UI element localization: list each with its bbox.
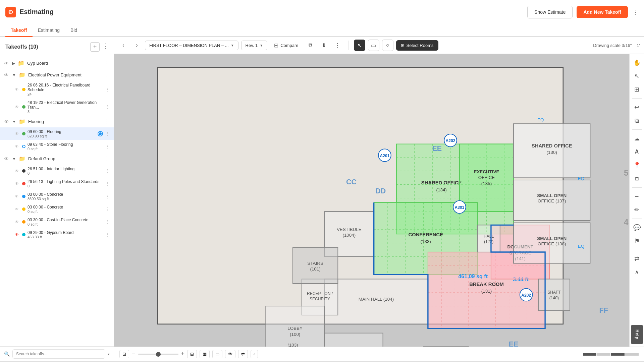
floor-plan-viewport[interactable]: SHARED OFFICE (134) EXECUTIVE OFFICE (13… (114, 54, 629, 347)
toolbar-more-icon[interactable]: ⋮ (332, 40, 343, 51)
chevron-right-icon[interactable]: ▶ (12, 61, 15, 66)
text-button[interactable]: A (631, 146, 643, 158)
show-estimate-button[interactable]: Show Estimate (527, 6, 573, 18)
pointer-tool-button[interactable]: ↖ (631, 70, 643, 82)
item-more-icon[interactable]: ⋮ (105, 144, 110, 149)
list-item[interactable]: 👁 09 63 40 - Stone Flooring 0 sq ft ⋮ (0, 140, 114, 153)
item-more-icon[interactable]: ⋮ (105, 206, 110, 212)
minus-button[interactable]: − (631, 190, 643, 202)
hand-tool-button[interactable]: ✋ (631, 57, 643, 69)
eye-icon[interactable]: 👁 (15, 194, 20, 199)
zoom-in-button[interactable]: + (181, 351, 185, 358)
group-gyp-board[interactable]: 👁 ▶ 📁 Gyp Board ⋮ (0, 57, 114, 69)
measure-button[interactable]: ⊟ (631, 173, 643, 185)
comment-button[interactable]: 💬 (631, 222, 643, 234)
item-more-icon[interactable]: ⋮ (105, 104, 110, 110)
help-button[interactable]: Help (631, 325, 643, 344)
floor-plan-dropdown[interactable]: FIRST FLOOR – DIMENSION PLAN – ... ▼ (145, 41, 238, 50)
eye-icon[interactable]: 👁 (4, 156, 9, 162)
rectangle-tool-button[interactable]: ▭ (368, 40, 379, 51)
chevron-down-icon[interactable]: ▼ (12, 119, 16, 124)
list-item[interactable]: 👁 26 06 20.16 - Electrical Panelboard Sc… (0, 81, 114, 98)
list-item[interactable]: 👁 26 51 00 - Interior Lighting 0 ⋮ (0, 165, 114, 177)
item-more-icon[interactable]: ⋮ (105, 219, 110, 225)
eye-icon[interactable]: 👁 (4, 119, 9, 124)
svg-text:(103): (103) (287, 343, 298, 347)
radio-button[interactable] (98, 131, 103, 136)
eye-icon[interactable]: 👁 (4, 61, 9, 66)
revision-dropdown[interactable]: Rev. 1 ▼ (241, 41, 268, 50)
download-icon[interactable]: ⬇ (319, 40, 329, 51)
page-view-button[interactable]: ▭ (212, 350, 222, 358)
chevron-down-icon[interactable]: ▼ (12, 73, 16, 77)
add-takeoff-sidebar-button[interactable]: + (90, 42, 100, 52)
item-more-icon[interactable]: ⋮ (105, 131, 110, 136)
item-more-icon[interactable]: ⋮ (105, 232, 110, 237)
group-default[interactable]: 👁 ▼ 📁 Default Group ⋮ (0, 153, 114, 165)
add-new-takeoff-button[interactable]: Add New Takeoff (577, 6, 628, 18)
tab-takeoff[interactable]: Takeoff (5, 24, 33, 37)
group-more-icon[interactable]: ⋮ (104, 60, 110, 66)
zoom-slider[interactable] (138, 354, 178, 355)
header-more-icon[interactable]: ⋮ (632, 8, 639, 16)
grid-view-button[interactable]: ▦ (200, 350, 210, 358)
list-item[interactable]: 👁 48 19 23 - Electrical Power Generation… (0, 98, 114, 116)
tab-bid[interactable]: Bid (65, 24, 83, 37)
compare-button[interactable]: ⊟ Compare (270, 40, 302, 51)
prev-button[interactable]: ‹ (118, 40, 129, 51)
pin-button[interactable]: 📍 (631, 159, 643, 171)
sidebar-more-icon[interactable]: ⋮ (102, 42, 108, 52)
eye-icon[interactable]: 👁 (15, 105, 20, 109)
pencil-button[interactable]: ✏ (631, 204, 643, 216)
list-item[interactable]: 👁 03 30 00 - Cast-in-Place Concrete 0 sq… (0, 216, 114, 228)
search-input[interactable] (12, 349, 105, 359)
undo-button[interactable]: ↩ (631, 101, 643, 113)
tab-estimating[interactable]: Estimating (33, 24, 65, 37)
compare-view-button[interactable]: ⇄ (238, 350, 248, 358)
next-button[interactable]: › (131, 40, 142, 51)
select-rooms-button[interactable]: ⊞ Select Rooms (396, 40, 438, 51)
list-item[interactable]: 👁 26 56 13 - Lighting Poles and Standard… (0, 177, 114, 190)
eye-icon[interactable]: 👁 (15, 144, 20, 149)
fit-view-button[interactable]: ⊞ (187, 350, 197, 358)
eye-icon[interactable]: 👁 (15, 131, 20, 136)
open-external-icon[interactable]: ⧉ (305, 40, 316, 51)
eye-icon[interactable]: 👁 (15, 169, 20, 173)
group-flooring[interactable]: 👁 ▼ 📁 Flooring ⋮ (0, 116, 114, 127)
chevron-down-icon[interactable]: ▼ (12, 157, 16, 161)
app-title: Estimating (19, 8, 54, 16)
list-item[interactable]: 👁 03 00 00 - Concrete 8600.53 sq ft ⋮ (0, 190, 114, 203)
item-more-icon[interactable]: ⋮ (105, 168, 110, 174)
eye-icon[interactable]: 👁 (4, 72, 9, 78)
eye-strikethrough-icon[interactable]: 👁 (15, 232, 20, 237)
circle-tool-button[interactable]: ○ (382, 40, 393, 51)
item-more-icon[interactable]: ⋮ (105, 181, 110, 186)
zoom-out-button[interactable]: − (132, 351, 136, 358)
eye-icon[interactable]: 👁 (15, 207, 20, 212)
cloud-button[interactable]: ☁ (631, 132, 643, 144)
list-item[interactable]: 👁 03 00 00 - Concrete 0 sq ft ⋮ (0, 203, 114, 216)
eye-icon[interactable]: 👁 (15, 220, 20, 224)
fit-screen-button[interactable]: ⊡ (119, 350, 129, 358)
swap-button[interactable]: ⇄ (631, 253, 643, 265)
up-button[interactable]: ∧ (631, 266, 643, 278)
group-electrical[interactable]: 👁 ▼ 📁 Electrical Power Equipment ⋮ (0, 69, 114, 81)
item-info: 09 63 40 - Stone Flooring 0 sq ft (28, 142, 103, 151)
item-more-icon[interactable]: ⋮ (105, 87, 110, 92)
flag-button[interactable]: ⚑ (631, 235, 643, 247)
copy-button[interactable]: ⧉ (631, 115, 643, 127)
item-more-icon[interactable]: ⋮ (105, 194, 110, 199)
eye-view-button[interactable]: 👁 (225, 350, 235, 358)
sidebar-collapse-button[interactable]: ‹ (108, 351, 110, 357)
eye-icon[interactable]: 👁 (15, 181, 20, 186)
grid-tool-button[interactable]: ⊞ (631, 83, 643, 96)
list-item[interactable]: 👁 09 29 00 - Gypsum Board 463.33 ft ⋮ (0, 228, 114, 241)
eye-icon[interactable]: 👁 (15, 87, 20, 92)
select-tool-button[interactable]: ↖ (354, 40, 365, 51)
group-more-icon[interactable]: ⋮ (104, 118, 110, 125)
list-item[interactable]: 👁 09 60 00 - Flooring 620.93 sq ft ⋮ (0, 127, 114, 140)
item-info: 48 19 23 - Electrical Power Generation T… (28, 100, 103, 114)
group-more-icon[interactable]: ⋮ (104, 156, 110, 162)
group-more-icon[interactable]: ⋮ (104, 72, 110, 78)
back-view-button[interactable]: ‹ (251, 350, 258, 358)
